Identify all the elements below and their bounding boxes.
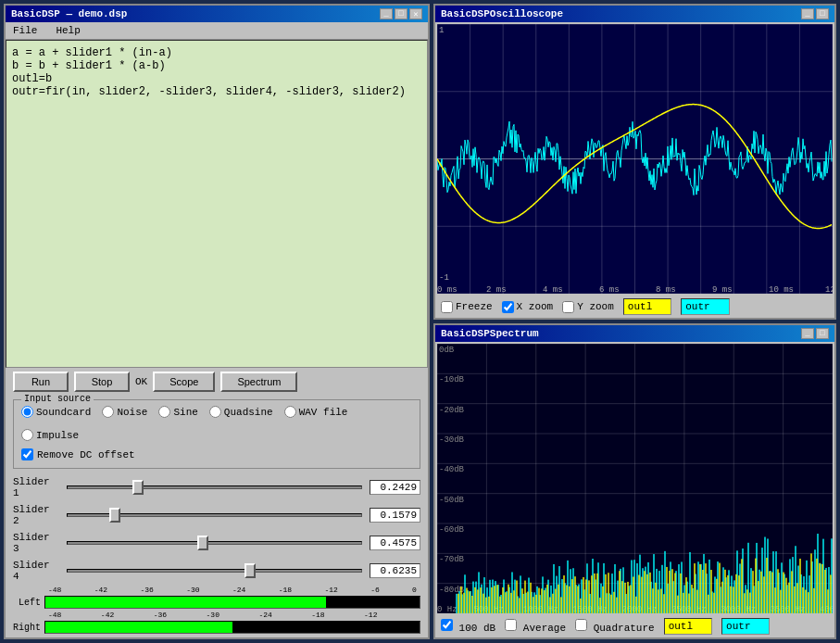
freeze-control[interactable]: Freeze — [441, 301, 493, 313]
scope-channel1-label[interactable]: outl — [623, 298, 671, 315]
spectrum-titlebar: BasicDSPSpectrum _ □ — [435, 325, 834, 342]
vu-section: -48 -42 -36 -30 -24 -18 -12 -6 0 Left -4… — [6, 586, 428, 637]
slider4-track[interactable] — [67, 569, 362, 573]
scope-minimize-button[interactable]: _ — [801, 8, 814, 19]
spectrum-waveform-canvas — [437, 344, 833, 613]
average-control[interactable]: Average — [505, 619, 566, 634]
oscilloscope-controls: Freeze X zoom Y zoom outl outr — [435, 296, 834, 318]
spectrum-button[interactable]: Spectrum — [220, 372, 297, 392]
remove-dc-checkbox[interactable] — [21, 448, 33, 460]
slider1-thumb[interactable] — [132, 480, 144, 495]
slider1-value[interactable]: 0.2429 — [370, 480, 420, 495]
average-checkbox[interactable] — [505, 619, 517, 631]
slider4-label: Slider 4 — [13, 560, 59, 582]
slider-row-3: Slider 3 0.4575 — [13, 532, 420, 554]
quadrature-control[interactable]: Quadrature — [575, 619, 655, 634]
vu-left-row: Left — [13, 596, 420, 609]
oscilloscope-window: BasicDSPOscilloscope _ □ 1 -1 Freeze — [433, 4, 836, 320]
sliders-section: Slider 1 0.2429 Slider 2 0.1579 Slider 3… — [6, 473, 428, 586]
scope-waveform-canvas — [437, 24, 833, 294]
slider3-label: Slider 3 — [13, 532, 59, 554]
vu-right-label: Right — [13, 623, 41, 633]
menu-bar: File Help — [6, 22, 428, 40]
vu-right-bar — [44, 621, 420, 634]
buttons-row: Run Stop OK Scope Spectrum — [6, 368, 428, 396]
oscilloscope-title: BasicDSPOscilloscope — [441, 8, 563, 19]
left-title: BasicDSP — demo.dsp — [11, 8, 127, 19]
vu-scale-top: -48 -42 -36 -30 -24 -18 -12 -6 0 — [44, 586, 420, 594]
oscilloscope-canvas: 1 -1 — [437, 24, 833, 294]
slider2-value[interactable]: 0.1579 — [370, 508, 420, 523]
slider2-track[interactable] — [67, 513, 362, 517]
stop-button[interactable]: Stop — [74, 372, 130, 392]
x-zoom-control[interactable]: X zoom — [502, 301, 554, 313]
radio-noise[interactable]: Noise — [102, 406, 147, 418]
scope-window-controls: _ □ — [801, 8, 829, 19]
db100-checkbox[interactable] — [441, 619, 453, 631]
radio-soundcard[interactable]: Soundcard — [21, 406, 91, 418]
spectrum-minimize-button[interactable]: _ — [801, 328, 814, 339]
spectrum-title: BasicDSPSpectrum — [441, 328, 539, 339]
vu-left-bar — [44, 596, 420, 609]
slider3-value[interactable]: 0.4575 — [370, 536, 420, 550]
slider-row-4: Slider 4 0.6235 — [13, 560, 420, 582]
x-zoom-label: X zoom — [517, 301, 554, 312]
quadrature-checkbox[interactable] — [575, 619, 587, 631]
maximize-button[interactable]: □ — [395, 8, 407, 19]
spectrum-window: BasicDSPSpectrum _ □ 100 dB Average — [433, 323, 836, 639]
scope-y-min: -1 — [439, 273, 449, 283]
slider2-label: Slider 2 — [13, 504, 59, 526]
x-zoom-checkbox[interactable] — [502, 301, 514, 313]
radio-impulse[interactable]: Impulse — [21, 429, 79, 441]
slider4-thumb[interactable] — [244, 563, 256, 578]
db100-control[interactable]: 100 dB — [441, 619, 495, 634]
scope-y-max: 1 — [439, 26, 444, 35]
scope-maximize-button[interactable]: □ — [816, 8, 829, 19]
help-menu[interactable]: Help — [52, 24, 83, 37]
freeze-checkbox[interactable] — [441, 301, 453, 313]
vu-right-row: Right — [13, 621, 420, 634]
y-zoom-checkbox[interactable] — [562, 301, 574, 313]
slider3-track[interactable] — [67, 541, 362, 545]
average-label: Average — [523, 623, 566, 634]
db100-label: 100 dB — [459, 623, 496, 634]
slider1-label: Slider 1 — [13, 476, 59, 498]
code-line-2: b = b + slider1 * (a-b) — [12, 59, 421, 72]
radio-sine[interactable]: Sine — [158, 406, 197, 418]
file-menu[interactable]: File — [9, 24, 41, 37]
code-line-4: outr=fir(in, slider2, -slider3, slider4,… — [12, 85, 421, 98]
quadrature-label: Quadrature — [594, 623, 655, 634]
vu-left-fill — [45, 597, 326, 608]
spectrum-channel1-label[interactable]: outl — [664, 618, 712, 635]
code-line-1: a = a + slider1 * (in-a) — [12, 46, 421, 59]
code-line-3: outl=b — [12, 72, 421, 85]
slider-row-1: Slider 1 0.2429 — [13, 476, 420, 498]
input-source-options: Soundcard Noise Sine Quadsine WAV file I… — [21, 406, 412, 441]
scope-channel2-label[interactable]: outr — [681, 298, 729, 315]
oscilloscope-titlebar: BasicDSPOscilloscope _ □ — [435, 6, 834, 22]
right-panel: BasicDSPOscilloscope _ □ 1 -1 Freeze — [433, 4, 836, 639]
spectrum-maximize-button[interactable]: □ — [816, 328, 829, 339]
slider4-value[interactable]: 0.6235 — [370, 563, 420, 578]
spectrum-controls: 100 dB Average Quadrature outl outr — [435, 615, 834, 637]
y-zoom-label: Y zoom — [577, 301, 614, 312]
vu-left-label: Left — [13, 598, 41, 608]
slider3-thumb[interactable] — [197, 536, 208, 550]
remove-dc-row: Remove DC offset — [21, 448, 412, 460]
radio-wavfile[interactable]: WAV file — [284, 406, 348, 418]
scope-button[interactable]: Scope — [153, 372, 215, 392]
slider1-track[interactable] — [67, 485, 362, 489]
code-editor[interactable]: a = a + slider1 * (in-a) b = b + slider1… — [6, 40, 428, 368]
slider2-thumb[interactable] — [109, 508, 120, 523]
close-button[interactable]: ✕ — [409, 8, 422, 19]
spectrum-canvas — [437, 344, 833, 613]
y-zoom-control[interactable]: Y zoom — [562, 301, 614, 313]
input-source-group: Input source Soundcard Noise Sine Quadsi… — [13, 399, 420, 469]
spectrum-channel2-label[interactable]: outr — [721, 618, 770, 635]
left-panel: BasicDSP — demo.dsp _ □ ✕ File Help a = … — [4, 4, 430, 639]
run-button[interactable]: Run — [13, 372, 69, 392]
remove-dc-label: Remove DC offset — [37, 449, 135, 460]
radio-quadsine[interactable]: Quadsine — [209, 406, 273, 418]
input-source-label: Input source — [21, 394, 94, 404]
minimize-button[interactable]: _ — [380, 8, 393, 19]
